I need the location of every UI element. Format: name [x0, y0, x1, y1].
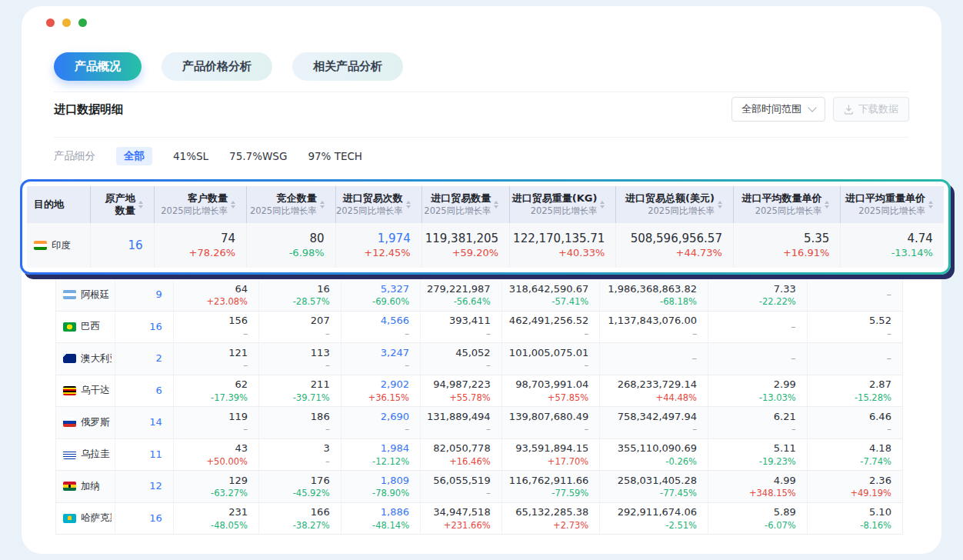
metric-value[interactable]: 1,974 — [378, 232, 411, 245]
column-header-text: 原产地数量 — [103, 192, 135, 218]
growth-value: -8.16% — [860, 521, 891, 531]
metric-value: 462,491,256.52 — [509, 315, 588, 327]
origin-count-value[interactable]: 11 — [149, 448, 162, 461]
growth-value: -6.98% — [289, 248, 325, 258]
metric-cell: 80-6.98% — [247, 223, 336, 268]
metric-cell: 5,327-69.60% — [342, 279, 421, 311]
metric-value[interactable]: 3,247 — [381, 347, 409, 359]
metric-cell: 5.11-19.23% — [708, 439, 808, 471]
metric-value[interactable]: 5,327 — [381, 283, 409, 295]
filter-label: 产品细分 — [54, 149, 95, 163]
sort-icon[interactable] — [138, 201, 143, 208]
column-header-text: 进口平均数量单价2025同比增长率 — [741, 192, 821, 217]
filter-option-757wsg[interactable]: 75.7%WSG — [229, 150, 287, 162]
sort-icon[interactable] — [718, 201, 722, 208]
metric-cell: 393,411– — [421, 312, 502, 343]
growth-value: – — [692, 425, 697, 435]
growth-value: – — [486, 329, 491, 339]
growth-value: +16.46% — [449, 457, 491, 467]
origin-count-value[interactable]: 9 — [156, 288, 162, 301]
growth-value: +348.15% — [749, 488, 796, 498]
origin-count-value[interactable]: 16 — [149, 512, 162, 525]
sort-icon[interactable] — [231, 201, 235, 208]
column-header-5[interactable]: 进口贸易数量2025同比增长率 — [422, 186, 510, 223]
table-row[interactable]: 乌拉圭1143+50.00%3–1,984-12.12%82,050,778+1… — [56, 439, 902, 472]
destination-cell: 加纳 — [56, 471, 115, 502]
column-header-1[interactable]: 原产地数量 — [91, 186, 154, 223]
table-row[interactable]: 俄罗斯14119–186–2,690–131,889,494–139,807,6… — [56, 407, 902, 439]
metric-value[interactable]: 1,809 — [381, 475, 409, 487]
column-title: 客户数量 — [161, 192, 228, 205]
metric-value: 4.18 — [869, 442, 891, 455]
column-header-8[interactable]: 进口平均数量单价2025同比增长率 — [734, 186, 841, 223]
sort-icon[interactable] — [320, 201, 325, 208]
table-row[interactable]: 哈萨克斯坦16231-48.05%166-38.27%1,886-48.14%3… — [56, 503, 902, 535]
metric-value[interactable]: 1,984 — [381, 442, 409, 455]
destination-cell: 乌干达 — [56, 375, 115, 407]
metric-cell: 94,987,223+55.78% — [421, 375, 502, 407]
table-row[interactable]: 阿根廷964+23.08%16-28.57%5,327-69.60%279,22… — [56, 279, 902, 312]
download-icon — [844, 105, 854, 115]
origin-count-value[interactable]: 2 — [156, 352, 162, 365]
growth-value: -13.03% — [759, 393, 796, 403]
sort-icon[interactable] — [406, 201, 411, 208]
metric-value: 121 — [228, 347, 248, 359]
metric-value: 508,596,956.57 — [631, 232, 722, 245]
origin-count-value[interactable]: 14 — [149, 416, 162, 428]
origin-count-value[interactable]: 16 — [128, 238, 143, 252]
flag-uruguay-icon — [63, 450, 76, 459]
metric-value: 268,233,729.14 — [618, 378, 697, 391]
table-row[interactable]: 巴西16156–207–4,566–393,411–462,491,256.52… — [56, 312, 902, 344]
metric-cell: 98,703,991.04+57.85% — [502, 375, 601, 407]
growth-value: -63.27% — [211, 488, 248, 498]
column-title: 进口平均数量单价 — [741, 192, 821, 205]
origin-count-cell: 14 — [115, 407, 174, 438]
destination-cell: 巴西 — [56, 312, 115, 343]
column-title: 进口平均重量单价 — [845, 192, 925, 205]
table-row[interactable]: 加纳12129-63.27%176-45.92%1,809-78.90%56,0… — [56, 471, 902, 503]
origin-count-value[interactable]: 12 — [149, 480, 162, 492]
metric-value[interactable]: 1,886 — [381, 506, 409, 518]
metric-value[interactable]: 4,566 — [381, 315, 409, 327]
origin-count-value[interactable]: 16 — [149, 321, 162, 333]
column-header-9[interactable]: 进口平均重量单价2025同比增长率 — [841, 186, 944, 223]
column-header-2[interactable]: 客户数量2025同比增长率 — [155, 186, 247, 223]
tab-related-products[interactable]: 相关产品分析 — [292, 52, 403, 81]
time-range-select[interactable]: 全部时间范围 — [731, 97, 825, 122]
download-data-button[interactable]: 下载数据 — [833, 97, 909, 122]
table-header-row: 目的地原产地数量客户数量2025同比增长率竞企数量2025同比增长率进口贸易次数… — [27, 186, 944, 223]
filter-option-all[interactable]: 全部 — [116, 147, 152, 165]
sort-icon[interactable] — [928, 201, 933, 208]
metric-cell: 139,807,680.49– — [502, 407, 601, 438]
metric-cell: 207– — [259, 312, 342, 343]
growth-value: -48.05% — [211, 521, 248, 531]
column-growth-sublabel: 2025同比增长率 — [625, 205, 715, 216]
country-name: 加纳 — [81, 480, 100, 493]
minimize-window-icon[interactable] — [62, 18, 71, 27]
table-row[interactable]: 乌干达662-17.39%211-39.71%2,902+36.15%94,98… — [56, 375, 902, 408]
metric-cell: 64+23.08% — [174, 279, 259, 311]
sort-icon[interactable] — [825, 201, 829, 208]
maximize-window-icon[interactable] — [78, 18, 87, 27]
table-row[interactable]: 印度1674+78.26%80-6.98%1,974+12.45%119,381… — [27, 223, 944, 268]
tab-product-overview[interactable]: 产品概况 — [54, 52, 142, 81]
metric-value: 98,703,991.04 — [515, 378, 588, 391]
filter-option-41sl[interactable]: 41%SL — [173, 150, 208, 162]
growth-value: +2.73% — [553, 521, 588, 531]
column-header-7[interactable]: 进口贸易总额(美元)2025同比增长率 — [616, 186, 734, 223]
metric-value[interactable]: 2,690 — [381, 411, 409, 423]
column-header-3[interactable]: 竞企数量2025同比增长率 — [247, 186, 336, 223]
sort-icon[interactable] — [600, 201, 605, 208]
metric-value[interactable]: 2,902 — [381, 378, 409, 391]
close-window-icon[interactable] — [46, 18, 55, 27]
metric-cell: 5.89-6.07% — [708, 503, 808, 535]
column-header-6[interactable]: 进口贸易重量(KG)2025同比增长率 — [510, 186, 616, 223]
column-header-4[interactable]: 进口贸易次数2025同比增长率 — [336, 186, 422, 223]
origin-count-value[interactable]: 6 — [156, 385, 162, 397]
tab-price-analysis[interactable]: 产品价格分析 — [162, 52, 272, 81]
filter-option-97tech[interactable]: 97% TECH — [308, 150, 362, 162]
sort-icon[interactable] — [494, 201, 498, 208]
table-row[interactable]: 澳大利亚2121–113–3,247–45,052–101,005,075.01… — [56, 343, 902, 375]
metric-value: 279,221,987 — [427, 283, 491, 295]
growth-value: – — [585, 425, 589, 435]
